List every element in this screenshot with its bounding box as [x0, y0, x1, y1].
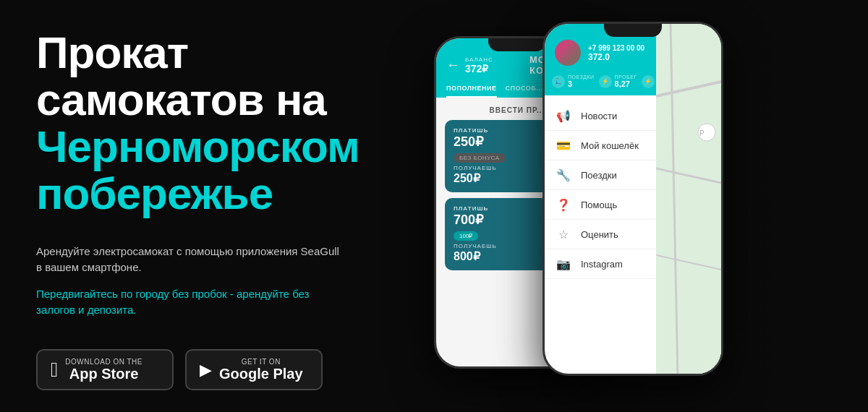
- apple-icon: : [51, 360, 58, 380]
- phones-section: ← БАЛАНС 372₽ МОЙ КОШЕЛ... ПОПОЛНЕНИЕ СП…: [376, 0, 868, 412]
- menu-item-label-5: Instagram: [581, 259, 623, 270]
- map-lines-svg: P: [656, 24, 721, 374]
- menu-item-icon-4: ☆: [556, 227, 571, 241]
- menu-item-icon-2: 🔧: [556, 168, 571, 182]
- pay-badge-1: БЕЗ БОНУСА: [454, 153, 506, 163]
- menu-item-label-0: Новости: [581, 111, 617, 121]
- menu-item-label-2: Поездки: [581, 170, 617, 181]
- distance-value: 8,27: [615, 80, 637, 88]
- menu-item-icon-0: 📢: [556, 108, 571, 123]
- avatar: [555, 40, 581, 66]
- balance-amount: 372₽: [465, 63, 524, 74]
- menu-item-label-1: Мой кошелёк: [581, 140, 639, 151]
- phone-right-notch: [604, 24, 662, 37]
- calories-icon: ⚡: [642, 75, 655, 88]
- title-block: Прокат самокатов на Черноморском побереж…: [36, 29, 347, 217]
- google-play-icon: ▶: [200, 362, 212, 378]
- svg-text:P: P: [699, 129, 705, 137]
- phone-left-notch: [488, 38, 546, 51]
- menu-item-label-3: Помощь: [581, 199, 617, 210]
- google-play-button[interactable]: ▶ GET IT ON Google Play: [185, 349, 323, 390]
- back-arrow-icon: ←: [446, 58, 459, 73]
- menu-item-label-4: Оценить: [581, 229, 618, 240]
- google-play-small: GET IT ON: [219, 358, 303, 366]
- google-play-big: Google Play: [219, 366, 303, 382]
- svg-rect-0: [656, 24, 721, 374]
- menu-item-icon-5: 📷: [556, 257, 571, 271]
- distance-label: ПРОБЕГ: [615, 74, 637, 80]
- balance-label: БАЛАНС: [465, 56, 524, 63]
- stat-trips: 🛴 ПОЕЗДКИ 3: [552, 74, 595, 88]
- phone-right: +7 999 123 00 00 372.0 ↻ 🛴 ПОЕЗДКИ 3 ⚡ П…: [542, 22, 723, 376]
- desc-text-1: Арендуйте электросамокат с помощью прило…: [36, 244, 347, 276]
- trips-value: 3: [568, 80, 595, 88]
- menu-item-icon-3: ❓: [556, 197, 571, 212]
- app-store-button[interactable]:  Download on the App Store: [36, 349, 174, 390]
- store-buttons:  Download on the App Store ▶ GET IT ON …: [36, 349, 347, 390]
- app-store-text: Download on the App Store: [65, 358, 142, 382]
- avatar-image: [555, 40, 581, 66]
- tab-topup[interactable]: ПОПОЛНЕНИЕ: [446, 85, 497, 98]
- desc-text-2: Передвигайтесь по городу без пробок - ар…: [36, 286, 347, 319]
- pay-badge-2: 100₽: [454, 231, 478, 241]
- app-store-big: App Store: [65, 366, 142, 382]
- menu-item-icon-1: 💳: [556, 138, 571, 153]
- title-cyan: Черноморском побережье: [36, 123, 347, 217]
- google-play-text: GET IT ON Google Play: [219, 358, 303, 382]
- left-content: Прокат самокатов на Черноморском побереж…: [0, 0, 376, 412]
- stat-distance: ⚡ ПРОБЕГ 8,27: [599, 74, 637, 88]
- trips-icon: 🛴: [552, 75, 565, 88]
- menu-screen: +7 999 123 00 00 372.0 ↻ 🛴 ПОЕЗДКИ 3 ⚡ П…: [545, 24, 721, 374]
- trips-label: ПОЕЗДКИ: [568, 74, 595, 80]
- description-block: Арендуйте электросамокат с помощью прило…: [36, 244, 347, 319]
- distance-icon: ⚡: [599, 75, 612, 88]
- tab-method[interactable]: СПОСОБ...: [506, 85, 543, 98]
- app-store-small: Download on the: [65, 358, 142, 366]
- title-line1: Прокат самокатов на: [36, 29, 347, 123]
- map-background: P: [656, 24, 721, 374]
- right-gradient: [723, 0, 868, 412]
